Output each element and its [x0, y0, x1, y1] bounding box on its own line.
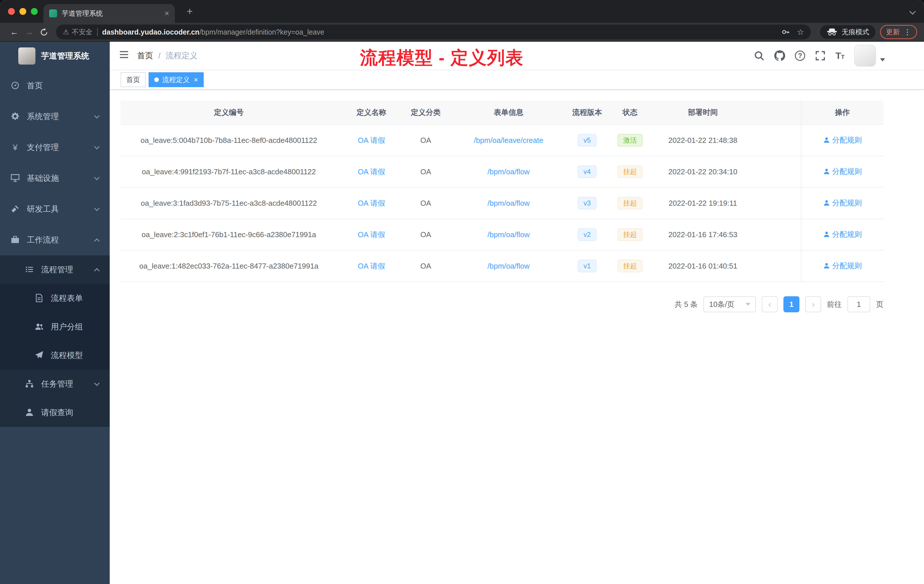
status-badge: 挂起	[617, 228, 643, 241]
sidebar-item-process-model[interactable]: 流程模型	[0, 341, 110, 370]
col-spacer	[749, 101, 801, 125]
app-root: 芋道管理系统 首页 系统管理 ¥ 支付管理	[0, 42, 924, 584]
search-icon[interactable]	[754, 50, 765, 61]
fullscreen-icon[interactable]	[815, 50, 826, 61]
chevron-up-icon	[94, 238, 100, 244]
definition-id: oa_leave:1:482ec033-762a-11ec-8477-a2380…	[120, 250, 337, 282]
tag-process-definition[interactable]: 流程定义 ×	[148, 72, 204, 87]
font-size-icon[interactable]: TT	[835, 51, 845, 60]
pagination: 共 5 条 10条/页 ‹ 1 › 前往 页	[120, 296, 883, 312]
assign-rule-button[interactable]: 分配规则	[823, 261, 862, 271]
list-icon	[25, 265, 34, 275]
page-1-button[interactable]: 1	[784, 296, 799, 312]
form-info-link[interactable]: /bpm/oa/flow	[487, 199, 530, 208]
goto-label: 前往	[827, 299, 842, 309]
version-badge: v5	[578, 134, 596, 147]
browser-tab-strip: 芋道管理系统 × +	[0, 0, 924, 23]
chevron-down-icon	[94, 205, 100, 211]
definition-id: oa_leave:3:1fad3d93-7b75-11ec-a3c8-acde4…	[120, 187, 337, 219]
caret-down-icon	[880, 58, 885, 61]
status-badge: 激活	[617, 134, 643, 147]
github-icon[interactable]	[774, 50, 785, 61]
back-button[interactable]: ←	[7, 27, 22, 37]
sidebar-item-payment[interactable]: ¥ 支付管理	[0, 132, 110, 163]
form-info-link[interactable]: /bpm/oa/flow	[487, 230, 530, 239]
definition-name-link[interactable]: OA 请假	[358, 167, 385, 176]
form-info-link[interactable]: /bpm/oa/flow	[487, 262, 530, 270]
col-definition-name: 定义名称	[337, 101, 406, 125]
spacer-cell	[749, 156, 801, 187]
active-tag-dot	[154, 78, 159, 82]
sidebar-item-home[interactable]: 首页	[0, 70, 110, 101]
form-info-link[interactable]: /bpm/oa/flow	[487, 167, 530, 176]
tab-title: 芋道管理系统	[62, 9, 160, 18]
next-page-button[interactable]: ›	[805, 296, 821, 312]
browser-update-button[interactable]: 更新 ⋮	[880, 25, 917, 39]
sidebar-menu: 首页 系统管理 ¥ 支付管理 基础设施	[0, 70, 110, 256]
sidebar-item-process-form[interactable]: 流程表单	[0, 284, 110, 313]
tools-icon	[10, 204, 20, 214]
assign-rule-button[interactable]: 分配规则	[823, 135, 862, 145]
forward-button[interactable]: →	[22, 27, 36, 37]
sidebar-item-leave-query[interactable]: 请假查询	[0, 398, 110, 427]
password-key-icon[interactable]	[781, 28, 790, 36]
sidebar-item-process-management[interactable]: 流程管理	[0, 256, 110, 284]
tree-icon	[25, 379, 34, 389]
browser-window: 芋道管理系统 × + ← → ⚠ 不安全 dashboard.yudao.ioc…	[0, 0, 924, 584]
breadcrumb-separator: /	[158, 51, 160, 60]
reload-button[interactable]	[36, 27, 51, 37]
definition-name-link[interactable]: OA 请假	[358, 262, 385, 270]
definition-name-link[interactable]: OA 请假	[358, 230, 385, 239]
tab-search-chevron-icon[interactable]	[909, 8, 916, 15]
sidebar-item-infrastructure[interactable]: 基础设施	[0, 163, 110, 194]
app-title: 芋道管理系统	[41, 51, 89, 61]
bookmark-star-icon[interactable]: ☆	[797, 27, 804, 37]
macos-traffic-lights	[8, 8, 38, 15]
help-icon[interactable]: ?	[795, 51, 805, 61]
browser-tab[interactable]: 芋道管理系统 ×	[43, 4, 175, 23]
close-window-button[interactable]	[8, 8, 15, 15]
assign-rule-button[interactable]: 分配规则	[823, 167, 862, 177]
sidebar-toggle-icon[interactable]	[110, 49, 137, 62]
definition-name-link[interactable]: OA 请假	[358, 199, 385, 208]
table-row: oa_leave:1:482ec033-762a-11ec-8477-a2380…	[120, 250, 883, 282]
zoom-window-button[interactable]	[31, 8, 38, 15]
table-row: oa_leave:2:3c1f0ef1-76b1-11ec-9c66-a2380…	[120, 219, 883, 250]
sidebar-item-task-management[interactable]: 任务管理	[0, 370, 110, 398]
page-size-select[interactable]: 10条/页	[703, 296, 756, 312]
tag-home[interactable]: 首页	[120, 72, 146, 87]
table-header-row: 定义编号 定义名称 定义分类 表单信息 流程版本 状态 部署时间 操作	[120, 101, 883, 125]
definition-category: OA	[406, 125, 446, 156]
security-label[interactable]: 不安全	[72, 27, 92, 36]
avatar[interactable]	[854, 45, 876, 66]
sidebar-item-devtools[interactable]: 研发工具	[0, 194, 110, 224]
tab-close-icon[interactable]: ×	[165, 10, 169, 17]
person-icon	[823, 231, 830, 238]
navbar-actions: ? TT	[754, 45, 885, 66]
logo-avatar	[18, 48, 35, 64]
assign-rule-button[interactable]: 分配规则	[823, 198, 862, 208]
sidebar-item-user-group[interactable]: 用户分组	[0, 313, 110, 341]
deploy-time: 2022-01-22 20:34:10	[657, 156, 749, 187]
definition-name-link[interactable]: OA 请假	[358, 136, 385, 145]
breadcrumb-home[interactable]: 首页	[137, 50, 153, 61]
browser-toolbar: ← → ⚠ 不安全 dashboard.yudao.iocoder.cn /bp…	[0, 23, 924, 42]
person-icon	[823, 137, 830, 144]
col-deploy-time: 部署时间	[657, 101, 749, 125]
assign-rule-button[interactable]: 分配规则	[823, 229, 862, 239]
address-bar[interactable]: ⚠ 不安全 dashboard.yudao.iocoder.cn /bpm/ma…	[56, 25, 811, 40]
prev-page-button[interactable]: ‹	[762, 296, 778, 312]
top-navbar: 首页 / 流程定义 流程模型 - 定义列表 ? TT	[110, 42, 924, 70]
sidebar-item-system[interactable]: 系统管理	[0, 101, 110, 132]
user-menu[interactable]	[854, 45, 885, 66]
new-tab-button[interactable]: +	[183, 5, 196, 19]
browser-menu-icon[interactable]: ⋮	[904, 28, 911, 36]
form-info-link[interactable]: /bpm/oa/leave/create	[474, 136, 543, 145]
sidebar-logo[interactable]: 芋道管理系统	[0, 42, 110, 70]
sidebar-item-workflow[interactable]: 工作流程	[0, 224, 110, 256]
spacer-cell	[749, 219, 801, 250]
document-icon	[34, 294, 44, 303]
minimize-window-button[interactable]	[20, 8, 26, 15]
goto-page-input[interactable]	[847, 296, 870, 312]
tag-close-icon[interactable]: ×	[194, 76, 198, 83]
